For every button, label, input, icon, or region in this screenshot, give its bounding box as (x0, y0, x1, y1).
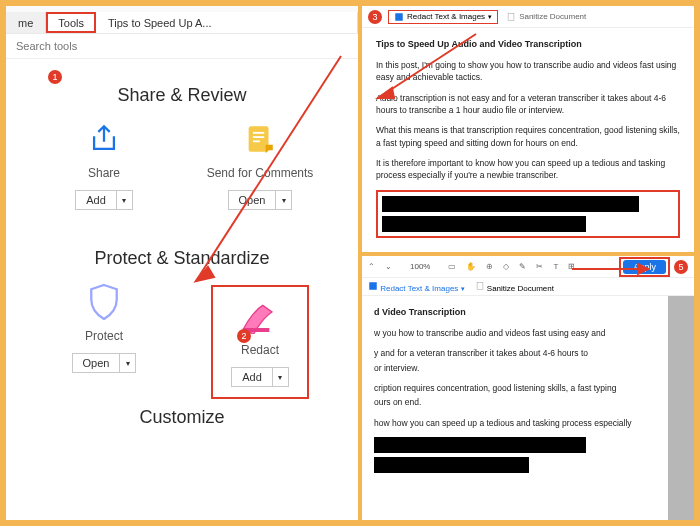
main-toolbar: ⌃ ⌄ 100% ▭ ✋ ⊕ ◇ ✎ ✂ T ⊞ Apply 5 (362, 256, 694, 278)
svg-rect-2 (249, 126, 269, 152)
doc-p2-short-a: y and for a veteran transcriber it takes… (374, 347, 656, 359)
nav-down-icon[interactable]: ⌄ (385, 262, 392, 271)
svg-rect-14 (477, 282, 483, 290)
doc-p4-short: how how you can speed up a tedious and t… (374, 417, 656, 429)
redaction-bar (382, 216, 586, 232)
sanitize-document-button-2[interactable]: Sanitize Document (475, 281, 554, 293)
tab-home[interactable]: me (6, 12, 46, 33)
tab-bar: me Tools Tips to Speed Up A... (6, 6, 358, 34)
doc-p3: What this means is that transcription re… (376, 124, 680, 149)
svg-rect-3 (253, 132, 264, 134)
redact-text-images-button-2[interactable]: Redact Text & Images ▾ (368, 281, 465, 293)
tool-redact-label: Redact (241, 343, 279, 357)
toolbar-icons: ⌃ ⌄ 100% ▭ ✋ ⊕ ◇ ✎ ✂ T ⊞ (368, 262, 575, 271)
redaction-bar (382, 196, 639, 212)
text-icon[interactable]: T (553, 262, 558, 271)
doc-p4: It is therefore important to know how yo… (376, 157, 680, 182)
redaction-bar (374, 457, 529, 473)
redact-preview-panel: 3 Redact Text & Images ▾ Sanitize Docume… (362, 6, 694, 252)
step-badge-5: 5 (674, 260, 688, 274)
redact-text-images-button[interactable]: Redact Text & Images ▾ (388, 10, 498, 24)
highlight-icon[interactable]: ◇ (503, 262, 509, 271)
redact-toolbar-2: Redact Text & Images ▾ Sanitize Document (362, 278, 694, 296)
svg-line-0 (196, 56, 341, 281)
tab-document[interactable]: Tips to Speed Up A... (96, 12, 358, 33)
step-badge-2: 2 (237, 329, 251, 343)
erase-icon[interactable]: ✂ (536, 262, 543, 271)
step-badge-3: 3 (368, 10, 382, 24)
tool-protect-label: Protect (85, 329, 123, 343)
shield-icon (81, 281, 127, 323)
doc-p3-short-a: cription requires concentration, good li… (374, 382, 656, 394)
hand-tool-icon[interactable]: ✋ (466, 262, 476, 271)
tools-panel: me Tools Tips to Speed Up A... Search to… (6, 6, 358, 520)
redact-add-button[interactable]: Add▾ (231, 367, 289, 387)
protect-open-button[interactable]: Open▾ (72, 353, 137, 373)
section-customize: Customize (6, 407, 358, 428)
document-icon (475, 281, 485, 291)
doc-title-short: d Video Transcription (374, 306, 656, 319)
scrollbar[interactable] (668, 296, 694, 520)
doc-p1-short: w you how to transcribe audio and videos… (374, 327, 656, 339)
svg-marker-1 (196, 267, 214, 281)
svg-marker-12 (638, 264, 648, 274)
sanitize-document-button[interactable]: Sanitize Document (506, 12, 586, 22)
svg-rect-8 (508, 13, 514, 21)
doc-p2-short-b: or interview. (374, 362, 656, 374)
svg-rect-13 (369, 282, 377, 290)
redact-toolbar: 3 Redact Text & Images ▾ Sanitize Docume… (362, 6, 694, 28)
redaction-bar (374, 437, 586, 453)
marker-icon (368, 281, 378, 291)
step-badge-1: 1 (48, 70, 62, 84)
document-content-2: d Video Transcription w you how to trans… (362, 296, 668, 520)
svg-rect-7 (395, 13, 403, 21)
doc-p3-short-b: ours on end. (374, 396, 656, 408)
redaction-selection[interactable] (376, 190, 680, 238)
zoom-level[interactable]: 100% (410, 262, 430, 271)
svg-rect-4 (253, 136, 264, 138)
document-icon (506, 12, 516, 22)
svg-rect-5 (253, 140, 260, 142)
comments-icon (237, 118, 283, 160)
share-icon (81, 118, 127, 160)
marker-icon (394, 12, 404, 22)
svg-marker-10 (378, 88, 394, 98)
tab-tools[interactable]: Tools (46, 12, 96, 33)
zoom-tool-icon[interactable]: ⊕ (486, 262, 493, 271)
nav-up-icon[interactable]: ⌃ (368, 262, 375, 271)
applied-redactions (374, 437, 656, 473)
pen-icon[interactable]: ✎ (519, 262, 526, 271)
selection-tool-icon[interactable]: ▭ (448, 262, 456, 271)
apply-panel: ⌃ ⌄ 100% ▭ ✋ ⊕ ◇ ✎ ✂ T ⊞ Apply 5 Redact … (362, 256, 694, 520)
